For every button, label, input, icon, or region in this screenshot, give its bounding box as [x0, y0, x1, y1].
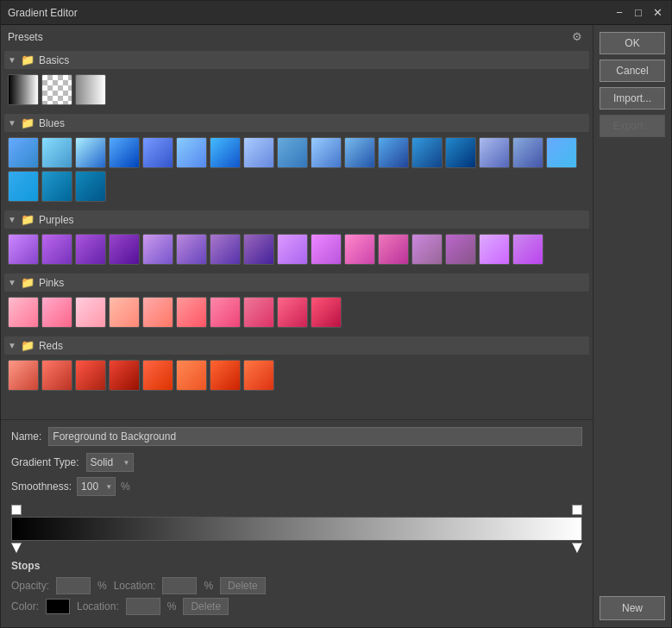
category-reds: ▼ 📁 Reds — [4, 336, 589, 396]
delete2-button[interactable]: Delete — [183, 598, 229, 615]
swatch-transparent[interactable] — [41, 74, 72, 105]
category-blues: ▼ 📁 Blues — [4, 114, 589, 207]
swatch-blue-5[interactable] — [142, 137, 173, 168]
smoothness-input[interactable]: 100 75 50 — [77, 477, 116, 496]
category-pinks-label: Pinks — [39, 277, 64, 289]
swatch-red-2[interactable] — [41, 360, 72, 391]
swatch-pink-10[interactable] — [311, 297, 342, 328]
opacity-value-input[interactable] — [56, 577, 91, 594]
export-button[interactable]: Export... — [600, 115, 665, 137]
swatch-red-5[interactable] — [142, 360, 173, 391]
swatch-blue-15[interactable] — [479, 137, 510, 168]
swatch-red-1[interactable] — [8, 360, 39, 391]
swatch-blue-4[interactable] — [109, 137, 140, 168]
swatch-blue-20[interactable] — [75, 171, 106, 202]
swatch-purple-4[interactable] — [109, 234, 140, 265]
swatch-purple-10[interactable] — [311, 234, 342, 265]
delete1-button[interactable]: Delete — [220, 577, 266, 594]
swatch-purple-14[interactable] — [445, 234, 476, 265]
swatch-pink-6[interactable] — [176, 297, 207, 328]
swatch-blue-9[interactable] — [277, 137, 308, 168]
swatch-gray-white[interactable] — [75, 74, 106, 105]
swatch-red-4[interactable] — [109, 360, 140, 391]
smoothness-select-wrapper: 100 75 50 — [77, 477, 116, 496]
swatch-blue-11[interactable] — [344, 137, 375, 168]
minimize-button[interactable]: − — [612, 6, 626, 20]
swatch-blue-18[interactable] — [8, 171, 39, 202]
swatch-purple-2[interactable] — [41, 234, 72, 265]
swatch-purple-15[interactable] — [479, 234, 510, 265]
swatch-blue-17[interactable] — [546, 137, 577, 168]
swatch-pink-9[interactable] — [277, 297, 308, 328]
swatch-purple-11[interactable] — [344, 234, 375, 265]
swatch-red-8[interactable] — [243, 360, 274, 391]
swatch-pink-7[interactable] — [210, 297, 241, 328]
stops-section: Stops Opacity: % Location: % Delete — [11, 560, 582, 615]
swatch-purple-1[interactable] — [8, 234, 39, 265]
gradient-type-label: Gradient Type: — [11, 456, 79, 468]
import-button[interactable]: Import... — [600, 87, 665, 110]
swatch-purple-7[interactable] — [210, 234, 241, 265]
swatch-red-7[interactable] — [210, 360, 241, 391]
chevron-down-icon-purples: ▼ — [8, 215, 16, 224]
swatch-blue-14[interactable] — [445, 137, 476, 168]
swatch-purple-16[interactable] — [512, 234, 543, 265]
category-blues-header[interactable]: ▼ 📁 Blues — [4, 114, 589, 132]
category-pinks-header[interactable]: ▼ 📁 Pinks — [4, 273, 589, 292]
gradient-preview-bar[interactable] — [11, 517, 582, 541]
swatch-purple-6[interactable] — [176, 234, 207, 265]
location1-input[interactable] — [162, 577, 197, 594]
color-swatch-small[interactable] — [46, 599, 70, 614]
swatch-red-3[interactable] — [75, 360, 106, 391]
swatch-purple-13[interactable] — [411, 234, 443, 265]
swatch-black-white[interactable] — [8, 74, 39, 105]
opacity-label: Opacity: — [11, 580, 49, 592]
category-basics-header[interactable]: ▼ 📁 Basics — [4, 51, 589, 69]
bottom-stops-row — [11, 543, 582, 553]
opacity-stop-left[interactable] — [11, 505, 22, 515]
swatch-pink-5[interactable] — [142, 297, 173, 328]
category-reds-header[interactable]: ▼ 📁 Reds — [4, 336, 589, 355]
swatch-pink-1[interactable] — [8, 297, 39, 328]
presets-scroll-area[interactable]: ▼ 📁 Basics ▼ 📁 Blues — [1, 47, 593, 419]
close-button[interactable]: ✕ — [650, 6, 664, 20]
swatch-pink-8[interactable] — [243, 297, 274, 328]
chevron-down-icon: ▼ — [8, 55, 16, 65]
color-stop-left[interactable] — [11, 543, 22, 553]
swatch-red-6[interactable] — [176, 360, 207, 391]
swatch-blue-12[interactable] — [378, 137, 409, 168]
swatch-blue-1[interactable] — [8, 137, 39, 168]
category-purples-header[interactable]: ▼ 📁 Purples — [4, 210, 589, 229]
swatch-purple-3[interactable] — [75, 234, 106, 265]
swatch-purple-8[interactable] — [243, 234, 274, 265]
cancel-button[interactable]: Cancel — [600, 60, 665, 82]
swatch-blue-10[interactable] — [311, 137, 342, 168]
name-input[interactable] — [48, 427, 582, 446]
swatch-blue-16[interactable] — [512, 137, 543, 168]
swatch-purple-12[interactable] — [378, 234, 409, 265]
swatch-purple-9[interactable] — [277, 234, 308, 265]
ok-button[interactable]: OK — [600, 32, 665, 54]
stops-title: Stops — [11, 560, 582, 572]
swatch-pink-2[interactable] — [41, 297, 72, 328]
maximize-button[interactable]: □ — [631, 6, 645, 20]
swatch-blue-7[interactable] — [210, 137, 241, 168]
gear-icon[interactable]: ⚙ — [572, 30, 586, 44]
stops-fields: Opacity: % Location: % Delete Color: Loc… — [11, 577, 582, 615]
swatch-purple-5[interactable] — [142, 234, 173, 265]
color-stop-right[interactable] — [572, 543, 582, 553]
location1-unit: % — [204, 580, 213, 592]
location2-input[interactable] — [126, 598, 160, 615]
swatch-pink-3[interactable] — [75, 297, 106, 328]
swatch-pink-4[interactable] — [109, 297, 140, 328]
swatch-blue-13[interactable] — [411, 137, 443, 168]
swatch-blue-3[interactable] — [75, 137, 106, 168]
opacity-stop-right[interactable] — [572, 505, 582, 515]
gradient-type-select[interactable]: Solid Noise — [86, 453, 134, 472]
swatch-blue-6[interactable] — [176, 137, 207, 168]
swatch-blue-2[interactable] — [41, 137, 72, 168]
left-panel: Presets ⚙ ▼ 📁 Basics — [1, 25, 593, 627]
swatch-blue-8[interactable] — [243, 137, 274, 168]
new-button[interactable]: New — [600, 596, 665, 620]
swatch-blue-19[interactable] — [41, 171, 72, 202]
